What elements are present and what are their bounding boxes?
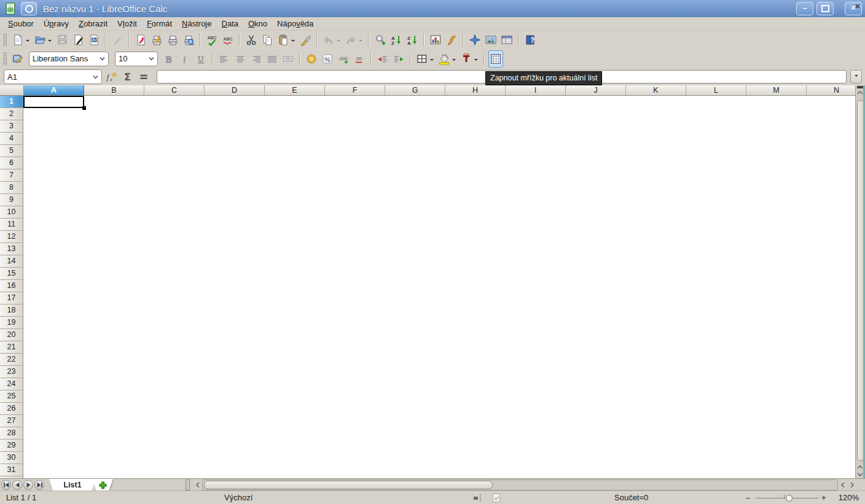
column-header-D[interactable]: D (205, 85, 265, 96)
find-replace-button[interactable] (373, 31, 388, 48)
bold-button[interactable]: B (162, 50, 176, 68)
paste-button[interactable] (276, 31, 297, 48)
cut-button[interactable] (244, 31, 259, 48)
align-center-button[interactable] (233, 50, 248, 68)
row-header-2[interactable]: 2 (0, 108, 23, 120)
data-sources-button[interactable] (499, 31, 514, 48)
page-preview-button[interactable] (181, 31, 196, 48)
column-header-L[interactable]: L (686, 85, 746, 96)
scroll-left-button-secondary[interactable] (838, 480, 847, 490)
copy-button[interactable] (260, 31, 275, 48)
row-header-3[interactable]: 3 (0, 120, 23, 133)
menu-format[interactable]: Formát (142, 18, 177, 29)
undo-dropdown[interactable] (337, 40, 340, 44)
font-name-combo[interactable]: Liberation Sans (29, 52, 109, 66)
draw-functions-button[interactable] (444, 31, 459, 48)
increase-indent-button[interactable] (391, 50, 406, 68)
column-header-H[interactable]: H (445, 85, 506, 96)
row-header-6[interactable]: 6 (0, 157, 23, 169)
menu-soubor[interactable]: Soubor (3, 18, 39, 29)
print-button[interactable] (165, 31, 180, 48)
column-header-E[interactable]: E (265, 85, 325, 96)
paste-dropdown[interactable] (291, 40, 295, 44)
row-header-10[interactable]: 10 (0, 206, 23, 219)
column-header-J[interactable]: J (566, 85, 626, 96)
vertical-split-handle[interactable] (857, 86, 863, 88)
row-header-12[interactable]: 12 (0, 231, 23, 243)
chevron-down-icon[interactable] (93, 75, 98, 79)
help-button[interactable]: ? (523, 31, 538, 48)
document-close-button[interactable]: × (855, 1, 860, 11)
styles-panel-button[interactable] (10, 50, 25, 68)
row-header-29[interactable]: 29 (0, 440, 23, 452)
row-header-17[interactable]: 17 (0, 292, 23, 304)
column-header-F[interactable]: F (325, 85, 385, 96)
row-header-9[interactable]: 9 (0, 194, 23, 206)
column-header-G[interactable]: G (385, 85, 445, 96)
name-box[interactable]: A1 (4, 69, 102, 84)
zoom-in-button[interactable]: + (821, 493, 826, 502)
sort-ascending-button[interactable]: AZ (389, 31, 404, 48)
first-sheet-button[interactable] (1, 480, 11, 490)
row-header-7[interactable]: 7 (0, 169, 23, 182)
maximize-button[interactable] (816, 2, 834, 15)
row-header-4[interactable]: 4 (0, 133, 23, 145)
delete-decimal-button[interactable]: .00 (352, 50, 367, 68)
row-header-18[interactable]: 18 (0, 304, 23, 317)
select-all-corner[interactable] (0, 85, 24, 96)
new-document-dropdown[interactable] (26, 40, 29, 44)
row-header-1[interactable]: 1 (0, 96, 23, 108)
horizontal-scroll-groove[interactable] (202, 479, 838, 490)
navigator-button[interactable] (468, 31, 482, 48)
background-color-dropdown[interactable] (452, 59, 456, 63)
row-header-14[interactable]: 14 (0, 255, 23, 268)
column-header-C[interactable]: C (144, 85, 205, 96)
background-color-button[interactable] (437, 50, 458, 68)
print-direct-button[interactable] (149, 31, 164, 48)
font-size-combo[interactable]: 10 (115, 52, 158, 66)
page-style-field[interactable]: Výchozí (224, 493, 252, 502)
currency-format-button[interactable] (304, 50, 319, 68)
minimize-button[interactable]: – (796, 2, 813, 15)
font-color-button[interactable] (459, 50, 480, 68)
function-wizard-icon[interactable]: fx (106, 71, 118, 83)
borders-button[interactable] (415, 50, 436, 68)
row-header-8[interactable]: 8 (0, 182, 23, 194)
menu-napoveda[interactable]: Nápověda (272, 18, 318, 29)
row-header-13[interactable]: 13 (0, 243, 23, 255)
menu-upravy[interactable]: Úpravy (39, 18, 74, 29)
sort-descending-button[interactable]: ZA (405, 31, 420, 48)
open-dropdown[interactable] (48, 40, 52, 44)
row-header-27[interactable]: 27 (0, 415, 23, 427)
toolbar-grip[interactable] (3, 33, 7, 47)
row-header-30[interactable]: 30 (0, 452, 23, 464)
scroll-left-button[interactable] (193, 480, 202, 490)
selection-mode-icon[interactable] (473, 493, 483, 504)
zoom-out-button[interactable]: – (746, 493, 750, 502)
column-header-N[interactable]: N (807, 85, 855, 96)
row-header-28[interactable]: 28 (0, 427, 23, 440)
menu-nastroje[interactable]: Nástroje (177, 18, 216, 29)
menu-zobrazit[interactable]: Zobrazit (74, 18, 112, 29)
spreadsheet-canvas[interactable] (23, 96, 855, 478)
row-header-23[interactable]: 23 (0, 366, 23, 378)
align-left-button[interactable] (217, 50, 232, 68)
row-header-24[interactable]: 24 (0, 378, 23, 390)
row-header-20[interactable]: 20 (0, 329, 23, 341)
column-header-A[interactable]: A (24, 85, 84, 96)
window-menu-button[interactable] (21, 2, 37, 15)
row-header-26[interactable]: 26 (0, 403, 23, 415)
sum-field[interactable]: Součet=0 (614, 493, 648, 502)
font-color-dropdown[interactable] (474, 59, 478, 63)
italic-button[interactable]: i (178, 50, 192, 68)
tab-scrollbar-splitter[interactable] (186, 479, 190, 490)
row-header-11[interactable]: 11 (0, 219, 23, 231)
new-document-button[interactable] (10, 31, 31, 48)
decrease-indent-button[interactable] (375, 50, 390, 68)
toggle-grid-button[interactable] (488, 50, 503, 68)
last-sheet-button[interactable] (34, 480, 44, 490)
sheet-tab-list1[interactable]: List1 (49, 479, 96, 491)
chevron-down-icon[interactable] (149, 56, 154, 61)
row-header-16[interactable]: 16 (0, 280, 23, 292)
horizontal-scrollbar[interactable] (193, 480, 856, 490)
